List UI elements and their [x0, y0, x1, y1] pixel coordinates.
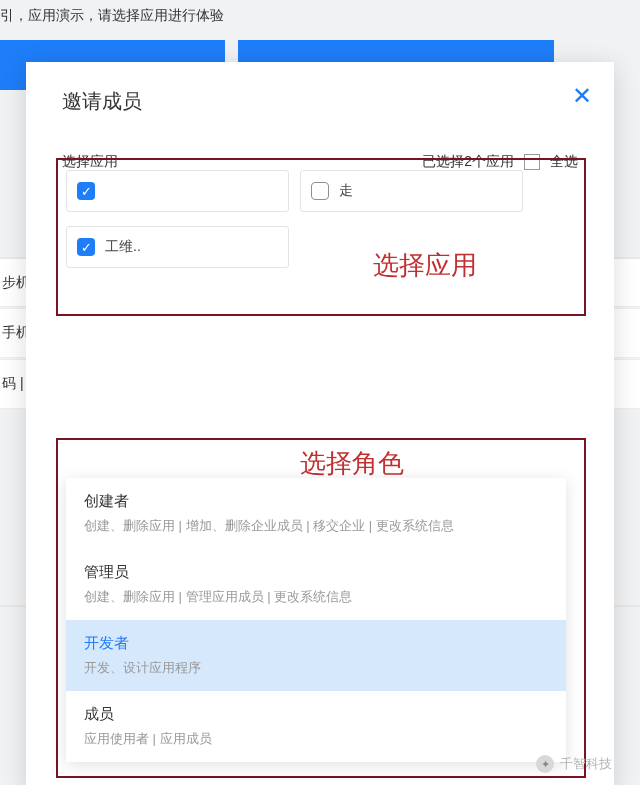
app-card-2-label: 走 — [339, 182, 387, 200]
role-name: 管理员 — [84, 563, 548, 582]
app-card-2[interactable]: 走 — [300, 170, 523, 212]
app-card-1[interactable]: ✓ — [66, 170, 289, 212]
role-name: 成员 — [84, 705, 548, 724]
modal-title: 邀请成员 — [62, 88, 578, 115]
app-card-3-label: 工维.. — [105, 238, 175, 256]
checkbox-checked-icon[interactable]: ✓ — [77, 238, 95, 256]
role-name: 创建者 — [84, 492, 548, 511]
annotation-label-select-app: 选择应用 — [373, 248, 477, 283]
watermark: ✦ 千智科技 — [536, 755, 612, 773]
role-desc: 开发、设计应用程序 — [84, 659, 548, 677]
checkbox-unchecked-icon[interactable] — [311, 182, 329, 200]
role-option-developer[interactable]: 开发者 开发、设计应用程序 — [66, 620, 566, 691]
role-list: 创建者 创建、删除应用 | 增加、删除企业成员 | 移交企业 | 更改系统信息 … — [66, 478, 566, 762]
role-desc: 创建、删除应用 | 管理应用成员 | 更改系统信息 — [84, 588, 548, 606]
app-card-3[interactable]: ✓ 工维.. — [66, 226, 289, 268]
role-option-admin[interactable]: 管理员 创建、删除应用 | 管理应用成员 | 更改系统信息 — [66, 549, 566, 620]
role-desc: 创建、删除应用 | 增加、删除企业成员 | 移交企业 | 更改系统信息 — [84, 517, 548, 535]
role-option-creator[interactable]: 创建者 创建、删除应用 | 增加、删除企业成员 | 移交企业 | 更改系统信息 — [66, 478, 566, 549]
close-icon[interactable]: ✕ — [572, 84, 592, 108]
role-option-member[interactable]: 成员 应用使用者 | 应用成员 — [66, 691, 566, 762]
annotation-label-select-role: 选择角色 — [300, 446, 404, 481]
role-desc: 应用使用者 | 应用成员 — [84, 730, 548, 748]
watermark-text: 千智科技 — [560, 755, 612, 773]
role-name: 开发者 — [84, 634, 548, 653]
background-hint-text: 引，应用演示，请选择应用进行体验 — [0, 7, 224, 25]
checkbox-checked-icon[interactable]: ✓ — [77, 182, 95, 200]
wechat-icon: ✦ — [536, 755, 554, 773]
